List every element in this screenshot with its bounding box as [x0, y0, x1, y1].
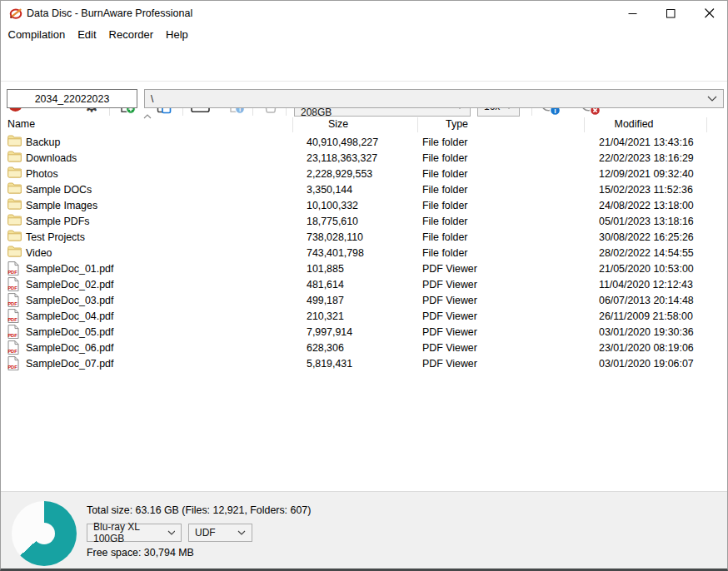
- file-name: Photos: [26, 166, 58, 182]
- file-type: File folder: [422, 182, 467, 198]
- svg-text:PDF: PDF: [7, 365, 17, 370]
- file-name: Sample PDFs: [26, 214, 89, 230]
- table-row[interactable]: Sample Images 10,100,332 File folder 24/…: [1, 198, 727, 214]
- folder-icon: [7, 246, 22, 257]
- column-divider[interactable]: [584, 117, 585, 132]
- column-divider[interactable]: [706, 117, 707, 132]
- file-modified: 15/02/2023 11:52:36: [599, 182, 693, 198]
- file-modified: 24/08/2022 13:18:00: [599, 198, 694, 214]
- file-type: PDF Viewer: [422, 356, 477, 372]
- table-row[interactable]: Sample PDFs 18,775,610 File folder 05/01…: [1, 214, 727, 230]
- file-type: File folder: [422, 230, 467, 246]
- file-name: SampleDoc_06.pdf: [26, 340, 113, 356]
- path-value: \: [151, 93, 153, 105]
- minimize-icon: [628, 9, 637, 18]
- burnaware-window: Data Disc - BurnAware Professional Compi…: [0, 0, 728, 571]
- filesystem-value: UDF: [195, 527, 216, 539]
- chevron-down-icon: [707, 96, 717, 102]
- file-type: PDF Viewer: [422, 261, 477, 277]
- file-type: File folder: [422, 135, 467, 151]
- minimize-button[interactable]: [613, 1, 651, 26]
- table-row[interactable]: Test Projects 738,028,110 File folder 30…: [1, 230, 727, 246]
- file-size: 481,614: [307, 277, 344, 293]
- table-row[interactable]: PDF SampleDoc_03.pdf 499,187 PDF Viewer …: [1, 293, 727, 309]
- svg-text:PDF: PDF: [7, 317, 17, 322]
- folder-icon: [7, 135, 22, 146]
- menu-compilation[interactable]: Compilation: [2, 26, 72, 44]
- file-type: File folder: [422, 214, 467, 230]
- pdf-file-icon: PDF: [7, 356, 19, 370]
- close-icon: [705, 8, 715, 18]
- close-button[interactable]: [690, 1, 728, 26]
- maximize-icon: [666, 9, 676, 18]
- file-size: 210,321: [307, 309, 344, 325]
- column-divider[interactable]: [292, 117, 293, 132]
- app-logo-icon: [8, 6, 23, 21]
- file-type: File folder: [422, 166, 467, 182]
- maximize-button[interactable]: [651, 1, 690, 26]
- window-title: Data Disc - BurnAware Professional: [27, 1, 192, 26]
- table-row[interactable]: Photos 2,228,929,553 File folder 12/09/2…: [1, 166, 727, 182]
- column-header-size[interactable]: Size: [292, 118, 384, 130]
- folder-icon: [7, 230, 22, 241]
- folder-icon: [7, 182, 22, 194]
- folder-icon: [7, 166, 22, 178]
- file-type: PDF Viewer: [422, 277, 477, 293]
- file-size: 23,118,363,327: [307, 151, 377, 166]
- pdf-file-icon: PDF: [7, 309, 19, 323]
- table-row[interactable]: PDF SampleDoc_01.pdf 101,885 PDF Viewer …: [1, 261, 727, 277]
- file-name: SampleDoc_07.pdf: [26, 356, 113, 372]
- file-type: File folder: [422, 246, 467, 261]
- list-header: Name Size Type Modified: [1, 117, 727, 133]
- file-size: 5,819,431: [307, 356, 352, 372]
- table-row[interactable]: PDF SampleDoc_06.pdf 628,306 PDF Viewer …: [1, 340, 727, 356]
- file-name: Downloads: [26, 151, 77, 166]
- column-header-type[interactable]: Type: [417, 118, 496, 130]
- table-row[interactable]: PDF SampleDoc_07.pdf 5,819,431 PDF Viewe…: [1, 356, 727, 372]
- folder-icon: [7, 198, 22, 210]
- column-header-name[interactable]: Name: [7, 118, 35, 130]
- menu-help[interactable]: Help: [160, 26, 195, 44]
- media-type-value: Blu-ray XL 100GB: [93, 521, 167, 544]
- table-row[interactable]: PDF SampleDoc_04.pdf 210,321 PDF Viewer …: [1, 309, 727, 325]
- table-row[interactable]: PDF SampleDoc_05.pdf 7,997,914 PDF Viewe…: [1, 325, 727, 340]
- file-type: PDF Viewer: [422, 309, 477, 325]
- file-name: SampleDoc_02.pdf: [26, 277, 113, 293]
- disc-label-input[interactable]: [7, 89, 137, 108]
- table-row[interactable]: Downloads 23,118,363,327 File folder 22/…: [1, 151, 727, 166]
- file-type: PDF Viewer: [422, 340, 477, 356]
- table-row[interactable]: PDF SampleDoc_02.pdf 481,614 PDF Viewer …: [1, 277, 727, 293]
- pdf-file-icon: PDF: [7, 293, 19, 307]
- column-header-modified[interactable]: Modified: [584, 118, 684, 130]
- menu-edit[interactable]: Edit: [72, 26, 102, 44]
- file-name: SampleDoc_04.pdf: [26, 309, 113, 325]
- file-modified: 03/01/2020 19:06:07: [599, 356, 694, 372]
- media-type-select[interactable]: Blu-ray XL 100GB: [87, 524, 182, 542]
- file-name: SampleDoc_01.pdf: [26, 261, 113, 277]
- sort-ascending-icon: [143, 114, 152, 119]
- toolbar: Burn ⚙: [1, 44, 727, 81]
- filesystem-select[interactable]: UDF: [188, 524, 252, 542]
- file-size: 18,775,610: [307, 214, 358, 230]
- table-row[interactable]: Sample DOCs 3,350,144 File folder 15/02/…: [1, 182, 727, 198]
- file-modified: 23/01/2020 08:19:06: [599, 340, 694, 356]
- path-combobox[interactable]: \: [144, 89, 724, 108]
- table-row[interactable]: Backup 40,910,498,227 File folder 21/04/…: [1, 135, 727, 151]
- pdf-file-icon: PDF: [7, 325, 19, 339]
- menu-bar: Compilation Edit Recorder Help: [1, 26, 727, 44]
- file-type: PDF Viewer: [422, 325, 477, 340]
- status-panel: Total size: 63.16 GB (Files: 12,921, Fol…: [1, 491, 727, 569]
- menu-recorder[interactable]: Recorder: [102, 26, 159, 44]
- file-size: 101,885: [307, 261, 344, 277]
- column-divider[interactable]: [417, 117, 418, 132]
- chevron-down-icon: [167, 530, 175, 535]
- file-modified: 26/11/2009 21:58:00: [599, 309, 693, 325]
- table-row[interactable]: Video 743,401,798 File folder 28/02/2022…: [1, 246, 727, 261]
- file-size: 2,228,929,553: [307, 166, 372, 182]
- file-modified: 28/02/2022 14:54:55: [599, 246, 694, 261]
- pdf-file-icon: PDF: [7, 340, 19, 355]
- file-name: Sample Images: [26, 198, 97, 214]
- file-modified: 30/08/2022 16:25:26: [599, 230, 694, 246]
- file-modified: 21/05/2020 10:53:00: [599, 261, 694, 277]
- file-size: 499,187: [307, 293, 344, 309]
